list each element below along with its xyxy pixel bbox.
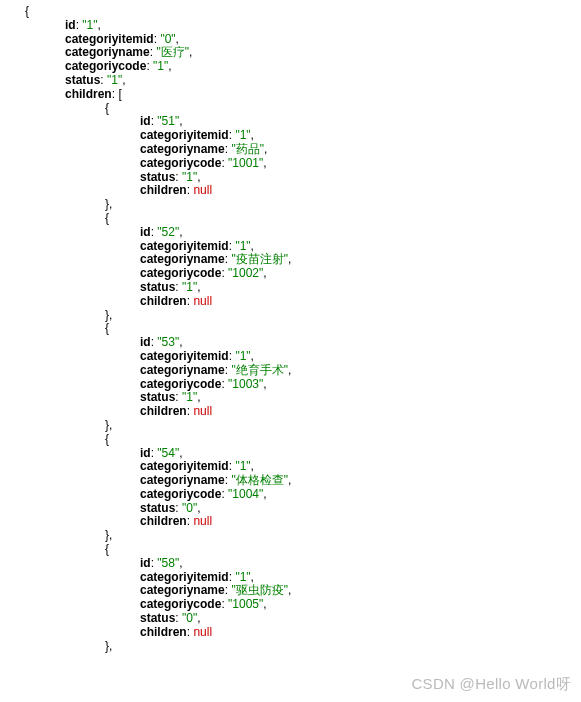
comma: , <box>251 459 254 473</box>
prop-key: status <box>140 390 175 404</box>
prop-value: "疫苗注射" <box>231 252 288 266</box>
child-2-close: }, <box>105 419 581 433</box>
root-open-brace: { <box>25 5 581 19</box>
prop-key: categoriyitemid <box>140 570 229 584</box>
json-code-block: {id: "1",categoriyitemid: "0",categoriyn… <box>0 0 581 653</box>
child-1-prop-2: categoriyname: "疫苗注射", <box>140 253 581 267</box>
comma: , <box>179 114 182 128</box>
prop-key: categoriycode <box>140 597 221 611</box>
prop-value: null <box>193 404 212 418</box>
colon: : <box>187 625 190 639</box>
child-1-prop-5: children: null <box>140 295 581 309</box>
comma: , <box>251 570 254 584</box>
colon: : <box>100 73 103 87</box>
colon: : <box>151 114 154 128</box>
colon: : <box>229 570 232 584</box>
prop-value: "驱虫防疫" <box>231 583 288 597</box>
prop-value: "1" <box>235 459 250 473</box>
child-0-close: }, <box>105 198 581 212</box>
colon: : <box>221 377 224 391</box>
colon: : <box>229 459 232 473</box>
comma: , <box>197 611 200 625</box>
comma: , <box>264 142 267 156</box>
colon: : <box>151 225 154 239</box>
prop-key: children <box>65 87 112 101</box>
colon: : <box>112 87 115 101</box>
comma: , <box>179 446 182 460</box>
colon: : <box>187 294 190 308</box>
prop-value: "医疗" <box>156 45 189 59</box>
child-3-prop-1: categoriyitemid: "1", <box>140 460 581 474</box>
prop-key: categoriyitemid <box>140 239 229 253</box>
child-1-prop-0: id: "52", <box>140 226 581 240</box>
child-close-brace: }, <box>105 197 112 211</box>
watermark-text: CSDN @Hello World呀 <box>411 675 571 694</box>
child-0-open: { <box>105 102 581 116</box>
colon: : <box>225 363 228 377</box>
child-0-prop-1: categoriyitemid: "1", <box>140 129 581 143</box>
comma: , <box>288 252 291 266</box>
prop-value: "1" <box>107 73 122 87</box>
child-open-brace: { <box>105 211 109 225</box>
child-1-prop-4: status: "1", <box>140 281 581 295</box>
prop-value: "绝育手术" <box>231 363 288 377</box>
prop-value: "1" <box>153 59 168 73</box>
child-2-prop-3: categoriycode: "1003", <box>140 378 581 392</box>
comma: , <box>251 128 254 142</box>
child-0-prop-4: status: "1", <box>140 171 581 185</box>
prop-key: categoriyitemid <box>140 128 229 142</box>
prop-key: categoriyitemid <box>140 459 229 473</box>
prop-key: id <box>140 225 151 239</box>
root-prop-3: categoriycode: "1", <box>65 60 581 74</box>
colon: : <box>187 183 190 197</box>
prop-value: "58" <box>157 556 179 570</box>
colon: : <box>175 501 178 515</box>
colon: : <box>225 583 228 597</box>
child-1-prop-1: categoriyitemid: "1", <box>140 240 581 254</box>
comma: , <box>263 487 266 501</box>
colon: : <box>187 404 190 418</box>
comma: , <box>179 556 182 570</box>
child-2-prop-0: id: "53", <box>140 336 581 350</box>
colon: : <box>175 280 178 294</box>
colon: : <box>146 59 149 73</box>
prop-value: "1" <box>182 170 197 184</box>
colon: : <box>221 156 224 170</box>
prop-key: categoriyname <box>140 252 225 266</box>
prop-value: "1" <box>235 349 250 363</box>
child-3-prop-3: categoriycode: "1004", <box>140 488 581 502</box>
comma: , <box>197 501 200 515</box>
child-0-prop-0: id: "51", <box>140 115 581 129</box>
root-prop-1: categoriyitemid: "0", <box>65 33 581 47</box>
child-3-prop-4: status: "0", <box>140 502 581 516</box>
prop-value: "药品" <box>231 142 264 156</box>
comma: , <box>263 597 266 611</box>
child-4-prop-5: children: null <box>140 626 581 640</box>
child-3-open: { <box>105 433 581 447</box>
prop-key: status <box>140 501 175 515</box>
comma: , <box>197 390 200 404</box>
prop-value: "1" <box>235 128 250 142</box>
child-open-brace: { <box>105 432 109 446</box>
prop-key: categoriyitemid <box>140 349 229 363</box>
colon: : <box>229 349 232 363</box>
colon: : <box>151 335 154 349</box>
prop-value: null <box>193 183 212 197</box>
prop-key: categoriyname <box>65 45 150 59</box>
prop-value: null <box>193 294 212 308</box>
root-prop-0: id: "1", <box>65 19 581 33</box>
colon: : <box>151 556 154 570</box>
prop-value: "0" <box>182 611 197 625</box>
colon: : <box>151 446 154 460</box>
comma: , <box>197 170 200 184</box>
prop-key: children <box>140 625 187 639</box>
prop-value: null <box>193 625 212 639</box>
child-2-prop-5: children: null <box>140 405 581 419</box>
child-close-brace: }, <box>105 308 112 322</box>
comma: , <box>288 363 291 377</box>
prop-key: categoriyname <box>140 142 225 156</box>
prop-value: "1002" <box>228 266 263 280</box>
colon: : <box>225 473 228 487</box>
comma: , <box>251 239 254 253</box>
prop-key: children <box>140 404 187 418</box>
